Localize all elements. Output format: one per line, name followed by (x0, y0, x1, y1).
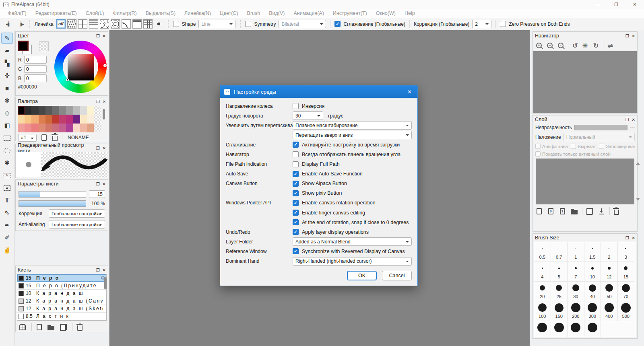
palette-swatch[interactable] (66, 124, 73, 132)
menu-item[interactable]: Brush (243, 10, 265, 16)
menu-item[interactable]: Линейка(N) (180, 10, 215, 16)
gradient-tool[interactable]: ◧ (1, 120, 13, 131)
close-panel-icon[interactable]: ✕ (103, 34, 106, 38)
brush-folder-button[interactable] (47, 323, 54, 331)
brush-size-cell[interactable]: 5 (551, 262, 568, 282)
palette-swatch[interactable] (25, 106, 31, 115)
dot-tool[interactable]: ▚ (1, 58, 13, 69)
ruler-grid-button[interactable] (143, 19, 153, 29)
close-panel-icon[interactable]: ✕ (103, 146, 106, 150)
palette-swatch[interactable] (52, 106, 59, 115)
text-tool[interactable]: T (1, 195, 13, 206)
delete-brush-button[interactable] (72, 323, 83, 331)
close-button[interactable]: ✕ (625, 0, 644, 9)
brush-size-cell[interactable]: 15 (618, 262, 635, 282)
symmetry-select[interactable]: Bilateral (279, 20, 326, 28)
dialog-select[interactable]: Added as a Normal Blend (293, 237, 412, 246)
dialog-checkbox[interactable] (293, 142, 299, 148)
brush-opacity-slider[interactable] (19, 200, 86, 207)
brush-list-item[interactable]: 8.5 Л а с т и к (17, 313, 106, 320)
palette-swatch[interactable] (45, 124, 52, 132)
brush-size-cell[interactable] (551, 321, 568, 337)
palette-swatch[interactable] (66, 106, 73, 115)
divide-tool[interactable]: ✒ (1, 220, 13, 231)
palette-panel-header[interactable]: Палитра ❐✕ (16, 97, 108, 105)
ruler-dot-indicator[interactable] (154, 19, 163, 29)
palette-swatch[interactable] (31, 124, 38, 132)
menu-item[interactable]: Редактировать(E) (31, 10, 81, 16)
dialog-select[interactable]: Right-Handed (right-handed cursor) (293, 257, 412, 266)
brush-size-cell[interactable]: 200 (568, 301, 584, 321)
dialog-select[interactable]: Перетащить вверх и вниз (293, 131, 412, 139)
float-panel-icon[interactable]: ❐ (625, 117, 629, 122)
brush-size-cell[interactable]: 500 (618, 301, 635, 321)
brush-tool[interactable]: ✎ (1, 33, 13, 44)
hue-marker[interactable] (103, 64, 107, 67)
dialog-checkbox[interactable] (293, 248, 299, 254)
antialiasing-settings-select[interactable]: Глобальные настройки (49, 220, 105, 229)
palette-swatch[interactable] (31, 115, 38, 124)
dialog-select[interactable]: 30 (293, 111, 323, 120)
palette-swatch[interactable] (66, 115, 73, 124)
dialog-checkbox[interactable] (293, 181, 299, 187)
undo-icon[interactable]: ◀▏ (4, 21, 13, 27)
menu-item[interactable]: Окно(W) (372, 10, 400, 16)
new-brush-button[interactable] (31, 323, 42, 331)
new-8bit-layer-button[interactable]: 8 (547, 207, 554, 215)
brush-size-cell[interactable]: 0.5 (534, 242, 551, 262)
lasso-tool[interactable] (1, 145, 13, 156)
palette-swatch[interactable] (87, 115, 94, 124)
close-panel-icon[interactable]: ✕ (632, 117, 635, 122)
close-panel-icon[interactable]: ✕ (632, 34, 635, 38)
brush-size-cell[interactable] (568, 321, 584, 337)
flip-horizontal-button[interactable]: ⇌ (603, 41, 613, 49)
brush-size-cell[interactable]: 50 (601, 282, 618, 301)
new-palette-button[interactable] (40, 134, 47, 142)
palette-swatch[interactable] (39, 115, 45, 124)
scroll-up-icon[interactable] (636, 160, 640, 165)
palette-swatch[interactable] (31, 106, 38, 115)
select-pen-tool[interactable]: ✎ (1, 170, 13, 181)
palette-swatch[interactable] (80, 115, 87, 124)
palette-swatch[interactable] (73, 124, 80, 132)
brush-size-cell[interactable]: 1.5 (584, 242, 601, 262)
palette-swatch[interactable] (80, 124, 87, 132)
brush-store-button[interactable] (19, 323, 26, 331)
brush-size-cell[interactable]: 300 (584, 301, 601, 321)
zoom-out-button[interactable]: − (546, 41, 553, 49)
brush-size-cell[interactable]: 4 (534, 262, 551, 282)
zoom-in-button[interactable]: + (535, 41, 543, 49)
bucket-tool[interactable]: ✾ (1, 95, 13, 106)
close-panel-icon[interactable]: ✕ (103, 182, 106, 186)
transparent-color-swatch[interactable] (39, 41, 49, 51)
select-rect-tool[interactable] (1, 132, 13, 144)
close-panel-icon[interactable]: ✕ (632, 236, 635, 240)
brush-size-cell[interactable]: 0.7 (551, 242, 568, 262)
select-eraser-tool[interactable]: ▰ (1, 182, 13, 194)
minimize-button[interactable]: — (588, 0, 607, 9)
reset-rotation-button[interactable]: ✳ (581, 41, 588, 49)
polygon-fill-tool[interactable]: ◇ (1, 107, 13, 119)
color-wheel[interactable] (53, 41, 106, 94)
new-1bit-layer-button[interactable]: 1 (559, 207, 566, 215)
dialog-checkbox[interactable] (293, 161, 299, 167)
brush-list-header[interactable]: Кисть ❐✕ (16, 266, 108, 274)
green-input[interactable] (24, 65, 47, 73)
palette-swatch[interactable] (52, 124, 59, 132)
float-panel-icon[interactable]: ❐ (625, 34, 629, 38)
palette-swatch[interactable] (87, 106, 94, 115)
dialog-checkbox[interactable] (293, 151, 299, 157)
ruler-cross-button[interactable] (78, 19, 87, 29)
brush-list-item[interactable]: 10 К а р а н д а ш (17, 290, 106, 297)
brush-params-header[interactable]: Параметры кисти ❐✕ (16, 180, 108, 188)
dialog-checkbox[interactable] (293, 103, 299, 109)
brush-size-cell[interactable]: 2 (601, 242, 618, 262)
merge-layer-button[interactable] (598, 207, 605, 215)
menu-item[interactable]: Анимация(A) (289, 10, 328, 16)
dialog-select[interactable]: Плавное масштабирование (293, 121, 412, 130)
brush-size-cell[interactable] (584, 321, 601, 337)
color-panel-header[interactable]: Цвет ❐✕ (16, 32, 108, 40)
menu-item[interactable]: Слой(L) (81, 10, 109, 16)
dialog-close-icon[interactable]: ✕ (406, 89, 413, 95)
ruler-off-button[interactable]: off (56, 19, 66, 29)
